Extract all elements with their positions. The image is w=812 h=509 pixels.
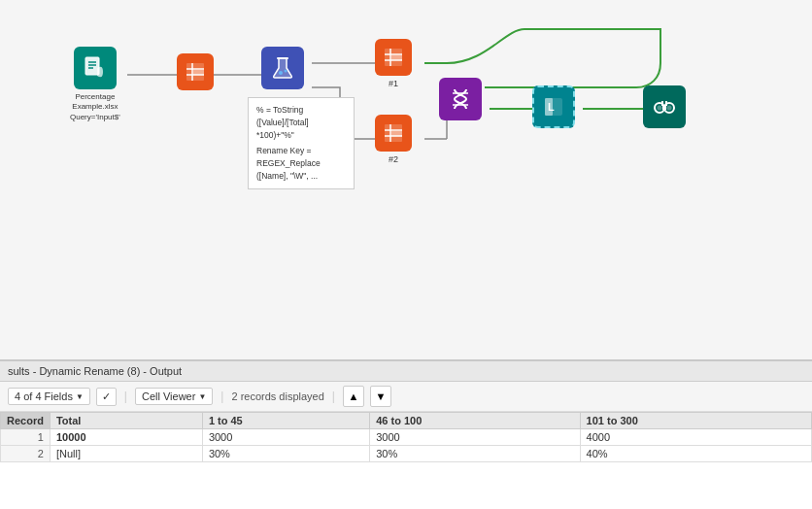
- col-header-total: Total: [50, 413, 202, 429]
- results-table: Record Total 1 to 45 46 to 100 101 to 30…: [0, 412, 812, 462]
- check-icon: ✓: [102, 390, 111, 403]
- select2b-icon: [375, 115, 412, 152]
- svg-rect-29: [391, 131, 402, 136]
- records-count: 2 records displayed: [231, 390, 323, 402]
- svg-rect-39: [665, 101, 667, 106]
- node-xlsx[interactable]: Percentage Example.xlsx Query='Input$': [70, 47, 120, 122]
- node-browse[interactable]: [643, 85, 686, 128]
- viewer-dropdown[interactable]: Cell Viewer ▼: [135, 388, 213, 405]
- formula-tooltip: % = ToString ([Value]/[Total] *100)+"%" …: [248, 97, 355, 189]
- svg-text:L: L: [548, 101, 555, 113]
- scroll-down-button[interactable]: ▼: [370, 386, 391, 407]
- xlsx-label: Percentage Example.xlsx Query='Input$': [70, 92, 120, 122]
- svg-point-41: [667, 106, 672, 111]
- svg-rect-17: [277, 57, 288, 59]
- results-header: sults - Dynamic Rename (8) - Output: [0, 361, 812, 382]
- row2-101to300: 40%: [580, 446, 811, 462]
- svg-point-18: [279, 71, 283, 75]
- node-formula[interactable]: [261, 47, 304, 89]
- fields-chevron-icon: ▼: [76, 392, 84, 401]
- layout-icon: L: [532, 85, 575, 128]
- col-header-1to45: 1 to 45: [202, 413, 369, 429]
- row1-1to45: 3000: [202, 429, 369, 446]
- fields-check-button[interactable]: ✓: [96, 388, 117, 406]
- viewer-chevron-icon: ▼: [198, 392, 206, 401]
- table-row: 1 10000 3000 3000 4000: [1, 429, 812, 446]
- col-header-46to100: 46 to 100: [370, 413, 580, 429]
- select2a-label: #1: [389, 79, 398, 90]
- workflow-canvas: Percentage Example.xlsx Query='Input$': [0, 0, 812, 359]
- table-row: 2 [Null] 30% 30% 40%: [1, 446, 812, 462]
- row1-101to300: 4000: [580, 429, 811, 446]
- separator1: |: [124, 390, 127, 403]
- row2-1to45: 30%: [202, 446, 369, 462]
- xlsx-icon: [74, 47, 117, 89]
- col-header-record: Record: [1, 413, 51, 429]
- scroll-up-button[interactable]: ▲: [343, 386, 364, 407]
- row1-46to100: 3000: [370, 429, 580, 446]
- row2-total: [Null]: [50, 446, 202, 462]
- col-header-101to300: 101 to 300: [580, 413, 811, 429]
- separator3: |: [332, 390, 335, 403]
- fields-label: 4 of 4 Fields: [15, 390, 73, 402]
- svg-point-19: [285, 70, 288, 73]
- select2b-label: #2: [389, 154, 398, 166]
- node-select2b[interactable]: #2: [375, 115, 412, 166]
- viewer-label: Cell Viewer: [142, 390, 195, 402]
- node-select2a[interactable]: #1: [375, 39, 412, 90]
- svg-point-40: [658, 106, 662, 111]
- select2a-icon: [375, 39, 412, 76]
- node-join[interactable]: [439, 78, 482, 120]
- svg-rect-7: [85, 57, 99, 75]
- browse-icon: [643, 85, 686, 128]
- select1-icon: [177, 53, 214, 90]
- row2-record: 2: [1, 446, 51, 462]
- fields-dropdown[interactable]: 4 of 4 Fields ▼: [8, 388, 90, 405]
- results-table-container: Record Total 1 to 45 46 to 100 101 to 30…: [0, 412, 812, 509]
- join-icon: [439, 78, 482, 120]
- results-toolbar: 4 of 4 Fields ▼ ✓ | Cell Viewer ▼ | 2 re…: [0, 382, 812, 412]
- row1-total: 10000: [50, 429, 202, 446]
- svg-rect-16: [193, 70, 204, 75]
- formula-icon: [261, 47, 304, 89]
- row2-46to100: 30%: [370, 446, 580, 462]
- node-select1[interactable]: [177, 53, 214, 90]
- results-panel: sults - Dynamic Rename (8) - Output 4 of…: [0, 359, 812, 509]
- svg-rect-37: [662, 106, 666, 110]
- svg-rect-38: [661, 101, 663, 106]
- row1-record: 1: [1, 429, 51, 446]
- node-layout[interactable]: L: [532, 85, 575, 128]
- svg-rect-24: [391, 55, 402, 60]
- results-header-text: sults - Dynamic Rename (8) - Output: [8, 365, 182, 377]
- separator2: |: [220, 390, 223, 403]
